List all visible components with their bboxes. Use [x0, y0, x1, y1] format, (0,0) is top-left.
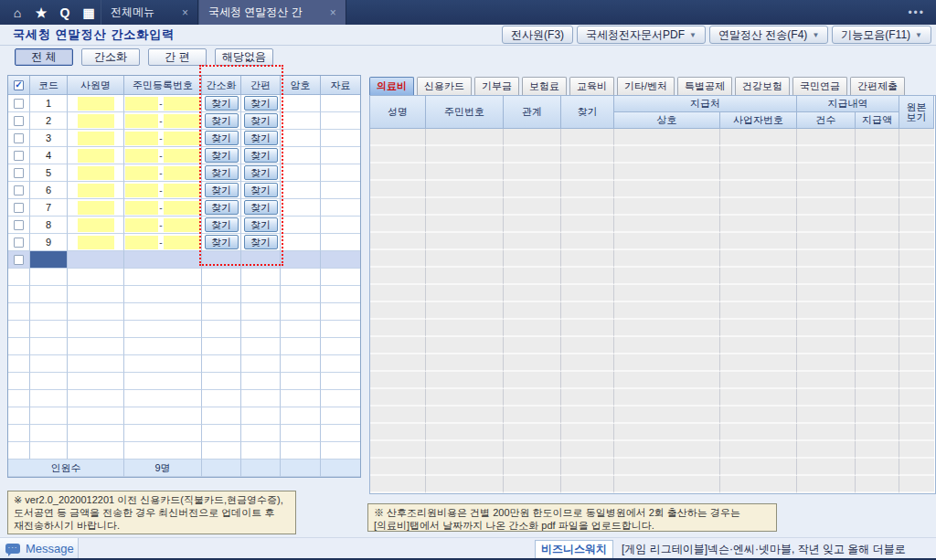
easy-find-button[interactable]: 찾기 [244, 148, 278, 163]
medical-empty-row [370, 476, 935, 493]
empty-cell [370, 407, 426, 424]
filter-all[interactable]: 전 체 [15, 48, 73, 66]
filter-simplified[interactable]: 간소화 [81, 48, 140, 66]
select-all-checkbox[interactable]: ✓ [14, 80, 24, 90]
empty-cell [321, 390, 360, 407]
postnatal-care-note: ※ 산후조리원비용은 건별 200만원 한도이므로 동일병원에서 2회 출산하는… [367, 503, 777, 532]
empty-cell [241, 338, 281, 355]
empty-cell [720, 424, 797, 441]
medical-empty-row [370, 424, 935, 441]
name-masked [78, 184, 114, 197]
tab-nts-yearend[interactable]: 국세청 연말정산 간× [198, 0, 346, 25]
home-icon[interactable]: ⌂ [5, 5, 29, 20]
easy-find-button[interactable]: 찾기 [244, 96, 278, 111]
row-checkbox[interactable] [14, 185, 24, 195]
empty-cell [899, 181, 934, 198]
row-checkbox[interactable] [14, 203, 24, 213]
easy-find-button[interactable]: 찾기 [244, 131, 278, 145]
row-checkbox[interactable] [14, 220, 24, 230]
medical-empty-row [370, 302, 935, 320]
empty-cell [720, 459, 797, 476]
empty-cell [899, 320, 934, 337]
simplified-find-button[interactable]: 찾기 [205, 113, 239, 128]
empty-cell [370, 459, 426, 476]
tab-donation[interactable]: 기부금 [474, 77, 519, 95]
row-checkbox[interactable] [14, 255, 24, 265]
simplified-find-button[interactable]: 찾기 [205, 148, 239, 163]
row-checkbox[interactable] [14, 116, 24, 126]
easy-find-button[interactable]: 찾기 [244, 183, 278, 197]
overflow-menu-icon[interactable]: ••• [908, 6, 925, 19]
tab-special-deduction[interactable]: 특별공제 [677, 77, 732, 95]
easy-find-button[interactable]: 찾기 [244, 165, 278, 180]
empty-cell [614, 320, 720, 337]
row-checkbox[interactable] [14, 133, 24, 143]
row-checkbox[interactable] [14, 151, 24, 161]
tab-insurance[interactable]: 보험료 [522, 77, 567, 95]
simplified-find-button[interactable]: 찾기 [205, 96, 239, 111]
empty-cell [8, 269, 30, 286]
data-cell [321, 95, 360, 112]
empty-cell [899, 389, 934, 407]
button-label: 기능모음(F11) [841, 27, 910, 43]
easy-find-button[interactable]: 찾기 [244, 200, 278, 215]
simplified-find-button[interactable]: 찾기 [205, 131, 239, 145]
functions-f11-button[interactable]: 기능모음(F11)▼ [832, 26, 931, 44]
easy-find-button[interactable]: 찾기 [244, 217, 278, 232]
simplified-find-button[interactable]: 찾기 [205, 165, 239, 180]
empty-cell [124, 321, 202, 338]
tab-national-pension[interactable]: 국민연금 [792, 77, 847, 95]
empty-row [8, 269, 360, 286]
simplified-find-button[interactable]: 찾기 [205, 217, 239, 232]
tab-close-icon[interactable]: × [330, 6, 336, 19]
search-icon[interactable]: Q [53, 5, 77, 20]
filter-not-applicable[interactable]: 해당없음 [215, 48, 273, 66]
tab-education[interactable]: 교육비 [569, 77, 614, 95]
empty-cell [720, 441, 797, 459]
empty-cell [241, 407, 281, 425]
tab-etc-venture[interactable]: 기타/벤처 [617, 77, 675, 95]
selected-new-row[interactable] [8, 251, 360, 269]
yearend-send-f4-button[interactable]: 연말정산 전송(F4)▼ [709, 26, 828, 44]
simplified-find-button[interactable]: 찾기 [205, 183, 239, 197]
empty-cell [370, 354, 426, 372]
row-checkbox[interactable] [14, 99, 24, 109]
tab-all-menu[interactable]: 전체메뉴× [101, 0, 198, 25]
col-header-rrn-short: 주민번호 [426, 96, 504, 129]
empty-cell [797, 216, 856, 233]
col-header-code: 코드 [30, 76, 68, 95]
grid-menu-icon[interactable]: ▦ [77, 5, 101, 20]
row-checkbox[interactable] [14, 238, 24, 248]
empty-cell [720, 337, 797, 354]
all-employees-f3-button[interactable]: 전사원(F3) [502, 26, 573, 44]
row-checkbox[interactable] [14, 168, 24, 178]
empty-cell [281, 425, 321, 442]
star-icon[interactable]: ★ [29, 5, 53, 20]
message-button[interactable]: ··· Message [0, 538, 79, 559]
easy-cell: 찾기 [241, 112, 281, 130]
col-group-payment-detail: 지급내역 [797, 96, 899, 112]
tab-easy-submit[interactable]: 간편제출 [850, 77, 905, 95]
empty-cell [202, 460, 241, 477]
tab-close-icon[interactable]: × [182, 6, 188, 19]
nts-edoc-pdf-button[interactable]: 국세청전자문서PDF▼ [577, 26, 706, 44]
empty-cell [720, 250, 797, 268]
empty-cell [797, 233, 856, 250]
code-cell: 8 [30, 217, 68, 234]
ticker-source-badge[interactable]: 비즈니스워치 [535, 540, 613, 559]
empty-row [8, 373, 360, 390]
ticker-headline[interactable]: [게임 리그테이블]넥슨·엔씨·넷마블, 작년 잊고 올해 더블로 [622, 542, 906, 557]
rrn-cell: - [124, 217, 202, 234]
easy-find-button[interactable]: 찾기 [244, 113, 278, 128]
tab-health-insurance[interactable]: 건강보험 [735, 77, 790, 95]
simplified-find-button[interactable]: 찾기 [205, 235, 239, 249]
filter-easy[interactable]: 간 편 [148, 48, 207, 66]
tab-medical[interactable]: 의료비 [369, 77, 414, 95]
checkbox-cell [8, 182, 30, 199]
empty-cell [614, 424, 720, 441]
simplified-find-button[interactable]: 찾기 [205, 200, 239, 215]
empty-cell [504, 129, 561, 146]
empty-cell [202, 390, 241, 407]
tab-credit-card[interactable]: 신용카드 [417, 77, 472, 95]
easy-find-button[interactable]: 찾기 [244, 235, 278, 249]
